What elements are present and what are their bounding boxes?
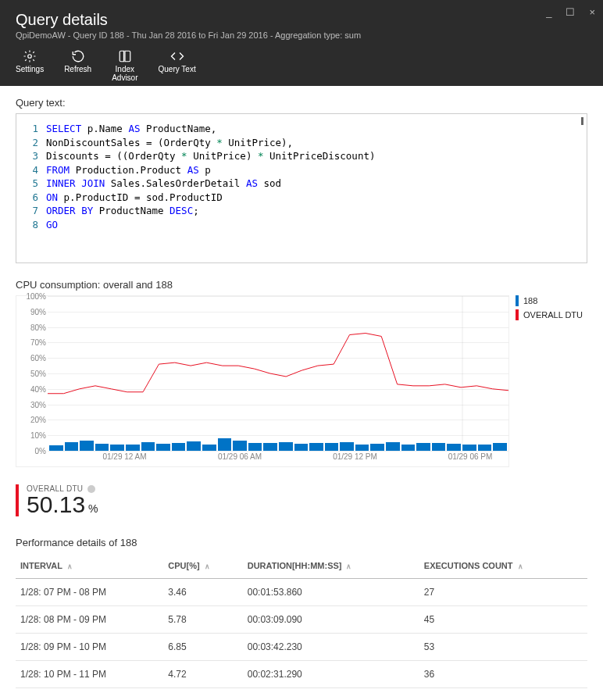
index-advisor-label-1: Index (112, 65, 137, 73)
query-text-button[interactable]: Query Text (159, 49, 196, 82)
book-icon (118, 49, 132, 63)
x-axis-labels: 01/29 12 AM01/29 06 AM01/29 12 PM01/29 0… (48, 452, 508, 465)
query-text-label: Query Text (159, 65, 196, 73)
legend-swatch-188 (516, 295, 519, 306)
legend-item-overall-dtu[interactable]: OVERALL DTU (516, 309, 587, 320)
code-icon (170, 49, 184, 63)
minimize-icon[interactable]: _ (546, 6, 551, 18)
refresh-button[interactable]: Refresh (64, 49, 91, 82)
header-bar: _ ☐ × Query details QpiDemoAW - Query ID… (0, 0, 603, 86)
table-row[interactable]: 1/28: 09 PM - 10 PM6.8500:03:42.23053 (16, 634, 587, 661)
table-row[interactable]: 1/28: 10 PM - 11 PM4.7200:02:31.29036 (16, 661, 587, 688)
settings-label: Settings (16, 65, 44, 73)
table-row[interactable]: 1/28: 07 PM - 08 PM3.4600:01:53.86027 (16, 579, 587, 606)
col-executions[interactable]: EXECUTIONS COUNT∧ (419, 553, 587, 579)
gear-icon (23, 49, 37, 63)
query-text-box[interactable]: 1SELECT p.Name AS ProductName, 2 NonDisc… (16, 113, 587, 263)
refresh-label: Refresh (64, 65, 91, 73)
chart-title: CPU consumption: overall and 188 (16, 279, 587, 291)
maximize-icon[interactable]: ☐ (566, 6, 575, 18)
legend-item-188[interactable]: 188 (516, 295, 587, 306)
settings-button[interactable]: Settings (16, 49, 44, 82)
col-cpu[interactable]: CPU[%]∧ (163, 553, 242, 579)
refresh-icon (71, 49, 85, 63)
legend-swatch-overall-dtu (516, 309, 519, 320)
line-series (48, 296, 508, 451)
legend: 188 OVERALL DTU (509, 295, 587, 467)
index-advisor-label-2: Advisor (112, 73, 137, 82)
svg-point-0 (28, 55, 32, 59)
info-icon[interactable] (87, 485, 95, 493)
page-subtitle: QpiDemoAW - Query ID 188 - Thu Jan 28 20… (16, 30, 587, 40)
index-advisor-button[interactable]: Index Advisor (112, 49, 137, 82)
overall-dtu-suffix: % (85, 502, 98, 515)
close-icon[interactable]: × (589, 6, 595, 18)
query-text-heading: Query text: (16, 97, 587, 109)
performance-table: INTERVAL∧ CPU[%]∧ DURATION[HH:MM:SS]∧ EX… (16, 553, 587, 688)
overall-dtu-value: 50.13 (27, 491, 85, 517)
overall-dtu-stat: OVERALL DTU 50.13 % (16, 484, 587, 516)
page-title: Query details (16, 11, 587, 29)
scrollbar-thumb[interactable] (581, 117, 583, 125)
y-axis-labels: 0%10%20%30%40%50%60%70%80%90%100% (20, 296, 46, 451)
col-duration[interactable]: DURATION[HH:MM:SS]∧ (243, 553, 419, 579)
col-interval[interactable]: INTERVAL∧ (16, 553, 163, 579)
cpu-chart[interactable]: 0%10%20%30%40%50%60%70%80%90%100% 01/29 … (16, 295, 509, 467)
table-row[interactable]: 1/28: 08 PM - 09 PM5.7800:03:09.09045 (16, 606, 587, 634)
perf-table-title: Performance details of 188 (16, 537, 587, 548)
